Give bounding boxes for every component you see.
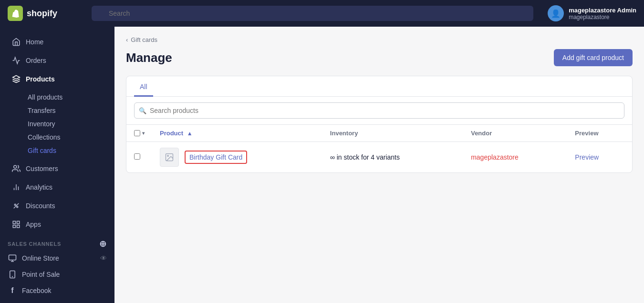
sidebar-item-label: Customers [26,165,58,172]
sales-channels-label: SALES CHANNELS ⊕ [0,234,114,250]
products-search-input[interactable] [134,102,624,119]
sidebar-item-label: Point of Sale [22,271,60,278]
tab-all[interactable]: All [134,76,153,97]
breadcrumb: ‹ Gift cards [126,36,633,43]
vendor-link[interactable]: mageplazastore [471,153,519,161]
svg-rect-11 [17,225,20,228]
sidebar-item-inventory[interactable]: Inventory [22,117,114,131]
svg-point-7 [17,206,18,208]
customers-icon [11,164,21,173]
logo[interactable]: shopify [8,6,84,21]
sidebar-item-apps[interactable]: Apps [4,215,111,233]
svg-point-20 [167,155,169,157]
table-search: 🔍 [126,97,632,125]
breadcrumb-chevron: ‹ [126,36,128,43]
user-store: mageplazastore [569,14,636,20]
col-product[interactable]: Product ▲ [152,125,322,142]
products-table: ▾ Product ▲ Inventory Vendor Preview [126,125,632,172]
select-all-checkbox[interactable] [134,130,140,136]
col-vendor: Vendor [463,125,567,142]
svg-rect-10 [17,221,20,223]
sidebar: Home Orders Products All products Transf… [0,27,114,303]
checkbox-header: ▾ [126,125,152,142]
col-preview: Preview [567,125,632,142]
add-gift-card-button[interactable]: Add gift card product [554,49,633,66]
col-inventory: Inventory [322,125,463,142]
add-sales-channel-button[interactable]: ⊕ [99,240,107,248]
search-icon: 🔍 [139,107,146,114]
sidebar-item-label: Online Store [22,254,59,262]
eye-icon[interactable]: 👁 [100,254,107,262]
sidebar-item-label: Apps [26,221,41,228]
sidebar-item-collections[interactable]: Collections [22,131,114,144]
online-store-left: Online Store [8,253,59,263]
sidebar-item-point-of-sale[interactable]: Point of Sale [0,266,114,283]
row-checkbox-cell [126,142,152,173]
breadcrumb-link[interactable]: Gift cards [131,36,157,43]
product-name-link[interactable]: Birthday Gift Card [185,151,247,164]
main-layout: Home Orders Products All products Transf… [0,27,644,303]
avatar: 👤 [548,5,564,21]
sidebar-item-label: Discounts [26,202,55,210]
online-store-icon [8,253,17,263]
preview-cell: Preview [567,142,632,173]
sidebar-item-analytics[interactable]: Analytics [4,178,111,196]
svg-point-6 [14,204,16,205]
table-header-row: ▾ Product ▲ Inventory Vendor Preview [126,125,632,142]
sidebar-item-label: Home [26,38,43,46]
search-input[interactable] [92,6,533,21]
discounts-icon [11,201,21,211]
svg-rect-13 [9,255,16,260]
svg-rect-12 [13,225,15,228]
search-wrapper: 🔍 [92,6,533,21]
sidebar-item-discounts[interactable]: Discounts [4,197,111,215]
topnav: shopify 🔍 👤 mageplazastore Admin magepla… [0,0,644,27]
sidebar-item-transfers[interactable]: Transfers [22,104,114,117]
user-name: mageplazastore Admin [569,7,636,14]
facebook-icon: f [8,286,17,295]
products-submenu: All products Transfers Inventory Collect… [0,89,114,159]
sidebar-item-products[interactable]: Products [4,70,111,88]
sidebar-item-gift-cards[interactable]: Gift cards [22,144,114,157]
sort-icon: ▲ [187,130,193,137]
sidebar-item-label: Analytics [26,183,52,191]
logo-text: shopify [27,9,57,19]
page-title: Manage [126,50,172,65]
products-card: All 🔍 ▾ [126,76,633,173]
pos-icon [8,270,17,279]
apps-icon [11,220,21,229]
inventory-text: ∞ in stock for 4 variants [330,153,400,161]
svg-rect-9 [13,221,15,223]
search-wrapper: 🔍 [134,102,624,119]
inventory-cell: ∞ in stock for 4 variants [322,142,463,173]
sidebar-item-online-store[interactable]: Online Store 👁 [0,250,114,266]
product-thumbnail [160,148,179,167]
sidebar-item-label: Facebook [22,287,51,294]
sidebar-item-label: Orders [26,57,46,64]
sidebar-item-facebook[interactable]: f Facebook [0,283,114,299]
table-row: Birthday Gift Card ∞ in stock for 4 vari… [126,142,632,173]
sidebar-item-label: Products [26,75,55,83]
sidebar-item-all-products[interactable]: All products [22,91,114,104]
user-menu[interactable]: 👤 mageplazastore Admin mageplazastore [541,5,636,21]
home-icon [11,37,21,47]
page-header: Manage Add gift card product [126,49,633,66]
orders-icon [11,56,21,65]
chevron-down-icon[interactable]: ▾ [142,131,145,136]
content-area: ‹ Gift cards Manage Add gift card produc… [114,27,644,303]
sidebar-item-customers[interactable]: Customers [4,160,111,178]
product-cell: Birthday Gift Card [152,142,322,173]
svg-marker-1 [13,76,20,80]
svg-point-2 [14,165,17,168]
row-checkbox[interactable] [134,153,140,160]
tabs: All [126,76,632,97]
sidebar-item-orders[interactable]: Orders [4,51,111,70]
facebook-left: f Facebook [8,286,51,295]
analytics-icon [11,182,21,192]
user-info: mageplazastore Admin mageplazastore [569,7,636,20]
pos-left: Point of Sale [8,270,60,279]
products-icon [11,74,21,84]
sidebar-item-home[interactable]: Home [4,33,111,51]
vendor-cell: mageplazastore [463,142,567,173]
preview-link[interactable]: Preview [575,153,599,161]
